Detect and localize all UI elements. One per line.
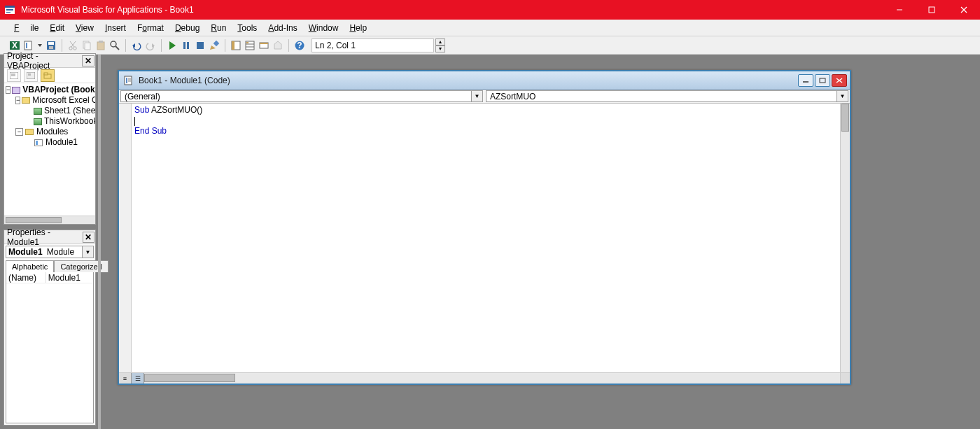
code-horizontal-scrollbar[interactable]: [144, 373, 840, 384]
help-icon[interactable]: ?: [293, 39, 306, 52]
tree-thisworkbook-label: ThisWorkbook: [44, 116, 95, 127]
tree-sheet1-label: Sheet1 (Sheet1): [44, 106, 95, 116]
copy-icon[interactable]: [80, 39, 93, 52]
view-code-icon[interactable]: [7, 69, 21, 82]
code-maximize-button[interactable]: [815, 74, 830, 87]
code-close-button[interactable]: [832, 74, 847, 87]
svg-rect-32: [197, 42, 204, 49]
resize-grip[interactable]: [840, 372, 850, 384]
project-explorer-icon[interactable]: [230, 39, 242, 52]
property-name-key: (Name): [6, 272, 46, 283]
tree-modules[interactable]: − Modules: [6, 127, 95, 137]
svg-rect-51: [44, 73, 48, 75]
procedure-view-icon[interactable]: ≡: [119, 373, 132, 384]
procedure-combo[interactable]: AZSortMUO ▼: [486, 90, 848, 102]
property-name-value[interactable]: Module1: [46, 272, 93, 283]
menu-insert[interactable]: Insert: [99, 21, 132, 35]
dropdown-arrow-icon[interactable]: ▼: [471, 91, 482, 101]
menu-format[interactable]: Format: [132, 21, 169, 35]
minimize-button[interactable]: [883, 0, 916, 20]
menu-window[interactable]: Window: [303, 21, 344, 35]
stop-icon[interactable]: [194, 39, 206, 52]
svg-rect-31: [187, 42, 189, 49]
menu-tools[interactable]: Tools: [232, 21, 262, 35]
tree-excel-objects[interactable]: − Microsoft Excel Objects: [6, 95, 95, 106]
vertical-splitter[interactable]: [98, 55, 101, 429]
tree-module1[interactable]: Module1: [6, 137, 95, 148]
svg-rect-40: [246, 42, 248, 43]
tree-thisworkbook[interactable]: ThisWorkbook: [6, 116, 95, 127]
code-window: Book1 - Module1 (Code) (General) ▼ AZSor…: [118, 70, 851, 385]
properties-panel: Properties - Module1 ✕ Module1 Module ▼ …: [4, 230, 96, 426]
view-object-icon[interactable]: [24, 69, 38, 82]
svg-rect-49: [28, 73, 31, 76]
svg-text:X: X: [12, 41, 18, 50]
toolbox-icon[interactable]: [272, 39, 284, 52]
full-module-view-icon[interactable]: ☰: [132, 373, 144, 384]
properties-icon[interactable]: [244, 39, 256, 52]
save-icon[interactable]: [45, 39, 57, 52]
tree-root-label: VBAProject (Book1): [22, 85, 95, 95]
property-row-name[interactable]: (Name) Module1: [6, 272, 93, 283]
object-browser-icon[interactable]: [258, 39, 270, 52]
cut-icon[interactable]: [66, 39, 79, 52]
dropdown-arrow-icon[interactable]: ▼: [82, 246, 93, 258]
collapse-icon[interactable]: −: [15, 97, 20, 104]
svg-line-26: [115, 46, 119, 50]
project-explorer-panel: Project - VBAProject ✕ − VBAProject (Boo…: [4, 53, 96, 225]
toggle-folders-icon[interactable]: [41, 69, 55, 82]
project-explorer-close-icon[interactable]: ✕: [82, 55, 94, 66]
tree-root[interactable]: − VBAProject (Book1): [6, 85, 95, 95]
insert-module-icon[interactable]: [22, 39, 35, 52]
properties-object-combo[interactable]: Module1 Module ▼: [6, 246, 94, 258]
paste-icon[interactable]: [94, 39, 107, 52]
code-module-icon: [123, 75, 134, 86]
cursor-position-box: Ln 2, Col 1: [312, 38, 434, 52]
vbaproject-icon: [12, 86, 20, 94]
undo-icon[interactable]: [130, 39, 143, 52]
menu-edit[interactable]: Edit: [44, 21, 70, 35]
properties-close-icon[interactable]: ✕: [83, 232, 94, 243]
redo-icon[interactable]: [144, 39, 157, 52]
svg-rect-6: [929, 7, 934, 13]
project-hscroll[interactable]: [4, 216, 95, 224]
svg-marker-33: [210, 45, 216, 50]
code-margin[interactable]: [119, 104, 132, 372]
menu-run[interactable]: Run: [205, 21, 232, 35]
tab-alphabetic[interactable]: Alphabetic: [6, 260, 54, 272]
svg-text:?: ?: [297, 41, 302, 50]
find-icon[interactable]: [108, 39, 121, 52]
tree-module1-label: Module1: [46, 137, 78, 148]
design-mode-icon[interactable]: [208, 39, 220, 52]
menu-file[interactable]: File: [8, 21, 44, 35]
collapse-icon[interactable]: −: [6, 86, 10, 94]
menu-addins[interactable]: Add-Ins: [262, 21, 302, 35]
dropdown-arrow-icon[interactable]: ▼: [836, 91, 848, 101]
menu-view[interactable]: View: [70, 21, 99, 35]
object-combo[interactable]: (General) ▼: [120, 90, 483, 102]
svg-rect-24: [99, 41, 103, 43]
view-excel-icon[interactable]: X: [8, 39, 21, 52]
code-vertical-scrollbar[interactable]: [840, 104, 850, 372]
collapse-icon[interactable]: −: [15, 128, 23, 136]
run-icon[interactable]: [166, 39, 178, 52]
svg-rect-22: [85, 43, 90, 50]
svg-rect-36: [232, 41, 234, 50]
svg-marker-13: [38, 44, 42, 47]
maximize-button[interactable]: [916, 0, 948, 20]
folder-icon: [24, 128, 34, 136]
svg-rect-30: [183, 42, 186, 49]
menu-debug[interactable]: Debug: [169, 21, 205, 35]
close-button[interactable]: [948, 0, 980, 20]
svg-point-18: [74, 46, 76, 49]
code-editor[interactable]: Sub AZSortMUO() End Sub: [132, 104, 850, 372]
dropdown-arrow-icon[interactable]: [36, 39, 43, 52]
pause-icon[interactable]: [180, 39, 192, 52]
tree-sheet1[interactable]: Sheet1 (Sheet1): [6, 106, 95, 116]
code-window-titlebar[interactable]: Book1 - Module1 (Code): [119, 71, 850, 90]
menu-help[interactable]: Help: [344, 21, 372, 35]
position-spinner[interactable]: ▲▼: [435, 38, 445, 52]
code-minimize-button[interactable]: [798, 74, 813, 87]
object-combo-value: (General): [125, 92, 160, 101]
svg-rect-2: [6, 9, 13, 10]
